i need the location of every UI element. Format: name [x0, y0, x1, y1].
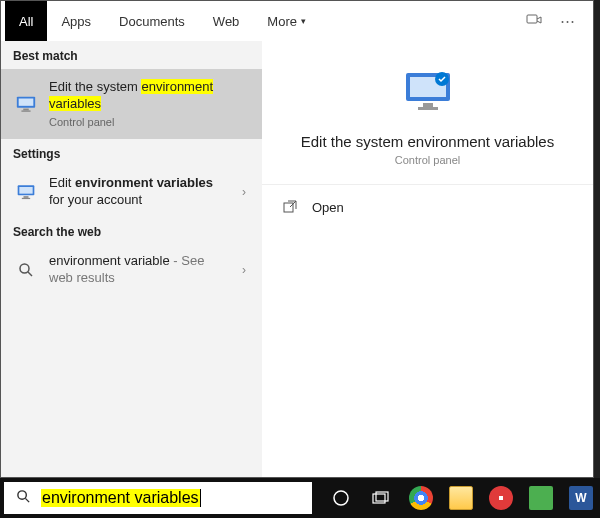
- result-web-title: environment variable - See web results: [49, 253, 224, 287]
- watermark: wsxdn.com: [535, 465, 594, 476]
- app-red-icon[interactable]: [482, 478, 520, 518]
- chevron-down-icon: ▾: [301, 16, 306, 26]
- task-view-icon[interactable]: [362, 478, 400, 518]
- chevron-right-icon: ›: [236, 185, 252, 199]
- taskbar-search-box[interactable]: environment variables: [4, 482, 312, 514]
- search-tabs: All Apps Documents Web More ▾ ⋯: [1, 1, 593, 41]
- taskbar: environment variables W: [0, 478, 600, 518]
- action-open[interactable]: Open: [262, 185, 593, 229]
- svg-rect-21: [373, 494, 385, 503]
- tab-apps[interactable]: Apps: [47, 1, 105, 41]
- taskbar-icons: W: [316, 478, 600, 518]
- more-options-icon[interactable]: ⋯: [560, 12, 575, 30]
- detail-pane: Edit the system environment variables Co…: [262, 41, 593, 477]
- svg-rect-3: [23, 109, 29, 111]
- tab-more[interactable]: More ▾: [253, 1, 320, 41]
- monitor-icon: [15, 181, 37, 203]
- section-best-match: Best match: [1, 41, 262, 69]
- svg-rect-16: [284, 203, 293, 212]
- result-settings-title: Edit environment variables for your acco…: [49, 175, 224, 209]
- result-best-subtitle: Control panel: [49, 115, 252, 129]
- search-icon: [16, 489, 31, 508]
- svg-point-9: [20, 264, 29, 273]
- result-settings-item[interactable]: Edit environment variables for your acco…: [1, 167, 262, 217]
- monitor-icon: [15, 93, 37, 115]
- detail-title: Edit the system environment variables: [301, 133, 554, 150]
- svg-rect-0: [527, 15, 537, 23]
- svg-rect-4: [21, 110, 30, 111]
- svg-line-19: [25, 498, 29, 502]
- tab-all[interactable]: All: [5, 1, 47, 41]
- tab-documents[interactable]: Documents: [105, 1, 199, 41]
- svg-point-18: [18, 490, 26, 498]
- app-explorer-icon[interactable]: [442, 478, 480, 518]
- results-list: Best match Edit the system environment v…: [1, 41, 262, 477]
- svg-rect-8: [22, 198, 30, 199]
- feedback-icon[interactable]: [526, 12, 542, 31]
- search-icon: [15, 259, 37, 281]
- monitor-large-icon: [400, 65, 456, 121]
- app-chrome-icon[interactable]: [402, 478, 440, 518]
- tab-more-label: More: [267, 14, 297, 29]
- open-icon: [282, 199, 298, 215]
- svg-rect-13: [423, 103, 433, 107]
- result-best-title: Edit the system environment variables Co…: [49, 79, 252, 129]
- svg-line-10: [28, 272, 32, 276]
- app-green-icon[interactable]: [522, 478, 560, 518]
- svg-point-20: [334, 491, 348, 505]
- svg-rect-2: [19, 99, 34, 106]
- tab-web[interactable]: Web: [199, 1, 254, 41]
- search-input-value: environment variables: [42, 489, 199, 506]
- detail-subtitle: Control panel: [395, 154, 460, 166]
- section-search-web: Search the web: [1, 217, 262, 245]
- result-web-item[interactable]: environment variable - See web results ›: [1, 245, 262, 295]
- svg-rect-22: [376, 492, 388, 501]
- action-open-label: Open: [312, 200, 344, 215]
- svg-rect-14: [418, 107, 438, 110]
- svg-rect-7: [24, 196, 29, 198]
- section-settings: Settings: [1, 139, 262, 167]
- svg-rect-6: [19, 187, 32, 194]
- cortana-icon[interactable]: [322, 478, 360, 518]
- app-word-icon[interactable]: W: [562, 478, 600, 518]
- result-best-match[interactable]: Edit the system environment variables Co…: [1, 69, 262, 139]
- windows-search-panel: All Apps Documents Web More ▾ ⋯ Best mat…: [0, 0, 594, 478]
- chevron-right-icon: ›: [236, 263, 252, 277]
